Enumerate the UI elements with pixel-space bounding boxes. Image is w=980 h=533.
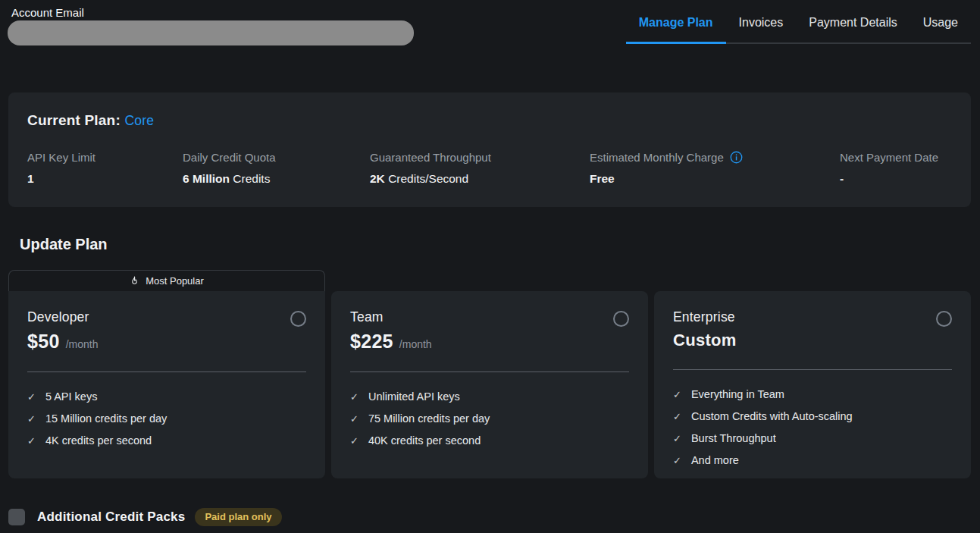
feature-item: ✓ Everything in Team <box>673 387 952 401</box>
plan-title-block: Team $225 /month <box>350 309 432 353</box>
check-icon: ✓ <box>27 436 36 446</box>
plan-price-row: $225 /month <box>350 331 432 353</box>
additional-credit-packs-row: Additional Credit Packs Paid plan only <box>8 508 980 526</box>
plan-price: $50 <box>27 331 60 353</box>
feature-item: ✓ And more <box>673 453 952 467</box>
credit-packs-label: Additional Credit Packs <box>37 509 185 525</box>
plan-divider <box>673 369 952 370</box>
billing-tabs: Manage Plan Invoices Payment Details Usa… <box>626 0 971 44</box>
plan-card-enterprise[interactable]: Enterprise Custom ✓ Everything in Team ✓… <box>654 291 971 478</box>
stat-label: API Key Limit <box>27 151 183 164</box>
plan-head: Team $225 /month <box>350 309 629 353</box>
plan-radio-developer[interactable] <box>290 311 306 327</box>
stat-label: Daily Credit Quota <box>183 151 370 164</box>
feature-item: ✓ Unlimited API keys <box>350 390 629 403</box>
plan-divider <box>350 372 629 372</box>
feature-text: Unlimited API keys <box>368 390 460 403</box>
check-icon: ✓ <box>350 414 358 424</box>
plan-period: /month <box>399 338 432 350</box>
plan-price-row: Custom <box>673 331 737 350</box>
stat-label: Next Payment Date <box>840 151 938 164</box>
feature-text: Burst Throughput <box>691 432 776 444</box>
stat-label-text: Estimated Monthly Charge <box>590 151 724 164</box>
plan-card-enterprise-wrap: Enterprise Custom ✓ Everything in Team ✓… <box>654 270 971 478</box>
plan-period: /month <box>66 338 99 350</box>
tab-manage-plan[interactable]: Manage Plan <box>626 0 726 44</box>
plan-card-developer[interactable]: Developer $50 /month ✓ 5 API keys ✓ 15 M… <box>8 291 325 478</box>
most-popular-label: Most Popular <box>146 275 204 287</box>
update-plan-heading: Update Plan <box>20 236 980 253</box>
plan-cards: Most Popular Developer $50 /month ✓ 5 AP… <box>8 270 971 478</box>
feature-text: 40K credits per second <box>368 434 481 447</box>
tab-payment-details[interactable]: Payment Details <box>796 0 910 44</box>
plan-head: Enterprise Custom <box>673 309 952 350</box>
feature-text: 5 API keys <box>45 390 98 403</box>
stat-guaranteed-throughput: Guaranteed Throughput 2K Credits/Second <box>370 151 590 186</box>
stat-label: Estimated Monthly Charge <box>590 151 840 164</box>
feature-text: 75 Million credits per day <box>368 412 490 425</box>
check-icon: ✓ <box>673 412 681 422</box>
flame-icon <box>130 276 139 286</box>
current-plan-title-prefix: Current Plan: <box>27 112 121 128</box>
stat-value-bold: Free <box>590 172 615 185</box>
plan-card-team[interactable]: Team $225 /month ✓ Unlimited API keys ✓ … <box>331 291 648 478</box>
current-plan-name: Core <box>124 113 154 128</box>
plan-price: $225 <box>350 331 393 353</box>
feature-item: ✓ 15 Million credits per day <box>27 412 306 425</box>
stat-next-payment-date: Next Payment Date - <box>840 151 938 186</box>
tab-usage[interactable]: Usage <box>910 0 971 44</box>
current-plan-stats: API Key Limit 1 Daily Credit Quota 6 Mil… <box>27 151 952 186</box>
plan-features: ✓ Unlimited API keys ✓ 75 Million credit… <box>350 390 629 447</box>
paid-plan-only-badge: Paid plan only <box>195 508 281 526</box>
check-icon: ✓ <box>27 392 36 402</box>
account-email-input[interactable] <box>8 20 414 45</box>
feature-item: ✓ 4K credits per second <box>27 434 306 447</box>
plan-title-block: Developer $50 /month <box>27 309 98 353</box>
plan-name: Team <box>350 309 432 325</box>
stat-value-bold: - <box>840 172 844 185</box>
plan-price-row: $50 /month <box>27 331 98 353</box>
stat-value: 1 <box>27 172 183 186</box>
feature-item: ✓ Burst Throughput <box>673 431 952 445</box>
stat-value-bold: 6 Million <box>183 172 230 185</box>
stat-value: 6 Million Credits <box>183 172 370 186</box>
tab-invoices[interactable]: Invoices <box>726 0 797 44</box>
account-email-label: Account Email <box>11 6 84 19</box>
stat-daily-credit-quota: Daily Credit Quota 6 Million Credits <box>183 151 370 186</box>
feature-item: ✓ 5 API keys <box>27 390 306 403</box>
feature-text: And more <box>691 454 739 466</box>
feature-item: ✓ 75 Million credits per day <box>350 412 629 425</box>
feature-item: ✓ 40K credits per second <box>350 434 629 447</box>
feature-text: Custom Credits with Auto-scaling <box>691 410 853 422</box>
plan-name: Enterprise <box>673 309 737 325</box>
plan-divider <box>27 372 306 372</box>
stat-value-rest: Credits <box>230 172 270 185</box>
plan-card-developer-wrap: Most Popular Developer $50 /month ✓ 5 AP… <box>8 270 325 478</box>
credit-packs-checkbox[interactable] <box>8 509 25 525</box>
plan-card-team-wrap: Team $225 /month ✓ Unlimited API keys ✓ … <box>331 270 648 478</box>
plan-radio-enterprise[interactable] <box>936 311 952 327</box>
stat-api-key-limit: API Key Limit 1 <box>27 151 183 186</box>
check-icon: ✓ <box>673 434 681 444</box>
check-icon: ✓ <box>27 414 36 424</box>
check-icon: ✓ <box>673 456 681 466</box>
stat-value-rest: Credits/Second <box>385 172 468 185</box>
check-icon: ✓ <box>350 392 358 402</box>
feature-text: 4K credits per second <box>45 434 152 447</box>
stat-value-bold: 2K <box>370 172 385 185</box>
feature-text: 15 Million credits per day <box>45 412 167 425</box>
info-icon[interactable] <box>730 151 743 164</box>
stat-label: Guaranteed Throughput <box>370 151 590 164</box>
page-header: Account Email Manage Plan Invoices Payme… <box>0 0 980 45</box>
check-icon: ✓ <box>350 436 358 446</box>
stat-value: Free <box>590 172 840 186</box>
current-plan-title: Current Plan: Core <box>27 112 952 129</box>
plan-head: Developer $50 /month <box>27 309 306 353</box>
plan-radio-team[interactable] <box>613 311 629 327</box>
stat-estimated-monthly-charge: Estimated Monthly Charge Free <box>590 151 840 186</box>
plan-title-block: Enterprise Custom <box>673 309 737 350</box>
check-icon: ✓ <box>673 390 681 400</box>
plan-price: Custom <box>673 331 737 350</box>
plan-features: ✓ Everything in Team ✓ Custom Credits wi… <box>673 387 952 467</box>
stat-value: 2K Credits/Second <box>370 172 590 186</box>
